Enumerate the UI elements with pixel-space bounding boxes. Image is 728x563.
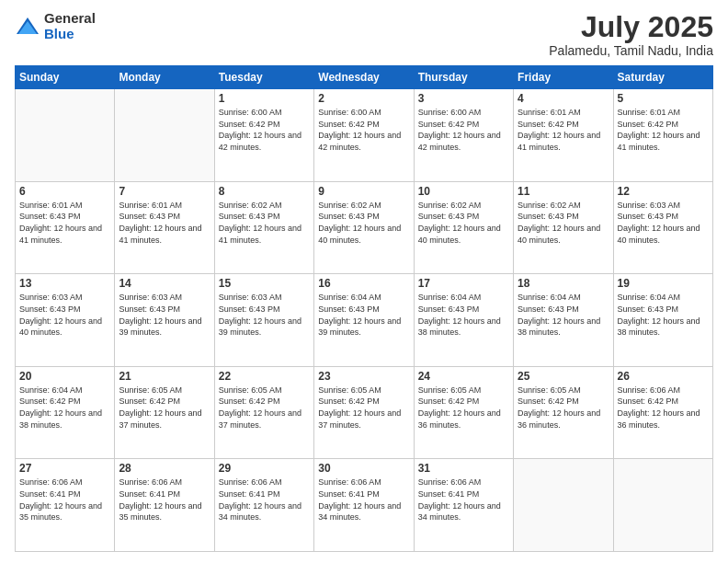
calendar-day-6: 6Sunrise: 6:01 AM Sunset: 6:43 PM Daylig… bbox=[16, 181, 115, 274]
day-number: 31 bbox=[418, 462, 509, 475]
day-number: 18 bbox=[518, 277, 609, 290]
calendar-day-15: 15Sunrise: 6:03 AM Sunset: 6:43 PM Dayli… bbox=[214, 274, 313, 367]
calendar-header-saturday: Saturday bbox=[613, 66, 712, 89]
day-number: 1 bbox=[219, 92, 310, 105]
day-number: 23 bbox=[318, 370, 409, 383]
calendar-day-21: 21Sunrise: 6:05 AM Sunset: 6:42 PM Dayli… bbox=[115, 366, 214, 459]
page: General Blue July 2025 Palamedu, Tamil N… bbox=[0, 0, 728, 563]
calendar-header-tuesday: Tuesday bbox=[214, 66, 313, 89]
day-info: Sunrise: 6:02 AM Sunset: 6:43 PM Dayligh… bbox=[318, 200, 409, 246]
day-number: 25 bbox=[518, 370, 609, 383]
calendar-day-25: 25Sunrise: 6:05 AM Sunset: 6:42 PM Dayli… bbox=[514, 366, 613, 459]
day-info: Sunrise: 6:04 AM Sunset: 6:43 PM Dayligh… bbox=[618, 292, 709, 338]
calendar-day-4: 4Sunrise: 6:01 AM Sunset: 6:42 PM Daylig… bbox=[514, 89, 613, 182]
day-info: Sunrise: 6:03 AM Sunset: 6:43 PM Dayligh… bbox=[119, 292, 210, 338]
calendar-header-monday: Monday bbox=[115, 66, 214, 89]
calendar-day-2: 2Sunrise: 6:00 AM Sunset: 6:42 PM Daylig… bbox=[314, 89, 414, 182]
calendar-day-empty bbox=[115, 89, 214, 182]
day-info: Sunrise: 6:06 AM Sunset: 6:41 PM Dayligh… bbox=[219, 477, 310, 523]
calendar-header-thursday: Thursday bbox=[414, 66, 513, 89]
calendar-week-2: 6Sunrise: 6:01 AM Sunset: 6:43 PM Daylig… bbox=[16, 181, 713, 274]
day-number: 4 bbox=[518, 92, 609, 105]
day-info: Sunrise: 6:05 AM Sunset: 6:42 PM Dayligh… bbox=[119, 385, 210, 431]
calendar-day-empty bbox=[613, 459, 712, 552]
calendar-day-13: 13Sunrise: 6:03 AM Sunset: 6:43 PM Dayli… bbox=[16, 274, 115, 367]
day-number: 30 bbox=[318, 462, 409, 475]
logo: General Blue bbox=[15, 11, 96, 41]
day-number: 6 bbox=[19, 185, 110, 198]
calendar-day-17: 17Sunrise: 6:04 AM Sunset: 6:43 PM Dayli… bbox=[414, 274, 513, 367]
calendar-day-5: 5Sunrise: 6:01 AM Sunset: 6:42 PM Daylig… bbox=[613, 89, 712, 182]
calendar-day-16: 16Sunrise: 6:04 AM Sunset: 6:43 PM Dayli… bbox=[314, 274, 414, 367]
day-info: Sunrise: 6:03 AM Sunset: 6:43 PM Dayligh… bbox=[219, 292, 310, 338]
calendar-week-5: 27Sunrise: 6:06 AM Sunset: 6:41 PM Dayli… bbox=[16, 459, 713, 552]
day-info: Sunrise: 6:02 AM Sunset: 6:43 PM Dayligh… bbox=[418, 200, 509, 246]
day-info: Sunrise: 6:02 AM Sunset: 6:43 PM Dayligh… bbox=[518, 200, 609, 246]
day-number: 16 bbox=[318, 277, 409, 290]
day-info: Sunrise: 6:04 AM Sunset: 6:43 PM Dayligh… bbox=[518, 292, 609, 338]
calendar-header-friday: Friday bbox=[514, 66, 613, 89]
day-info: Sunrise: 6:00 AM Sunset: 6:42 PM Dayligh… bbox=[318, 107, 409, 153]
calendar-day-23: 23Sunrise: 6:05 AM Sunset: 6:42 PM Dayli… bbox=[314, 366, 414, 459]
day-number: 26 bbox=[618, 370, 709, 383]
calendar-header-wednesday: Wednesday bbox=[314, 66, 414, 89]
day-number: 3 bbox=[418, 92, 509, 105]
day-info: Sunrise: 6:06 AM Sunset: 6:41 PM Dayligh… bbox=[318, 477, 409, 523]
calendar-table: SundayMondayTuesdayWednesdayThursdayFrid… bbox=[15, 65, 713, 552]
day-number: 9 bbox=[318, 185, 409, 198]
day-number: 2 bbox=[318, 92, 409, 105]
calendar-day-31: 31Sunrise: 6:06 AM Sunset: 6:41 PM Dayli… bbox=[414, 459, 513, 552]
day-number: 7 bbox=[119, 185, 210, 198]
day-info: Sunrise: 6:06 AM Sunset: 6:41 PM Dayligh… bbox=[418, 477, 509, 523]
calendar-day-9: 9Sunrise: 6:02 AM Sunset: 6:43 PM Daylig… bbox=[314, 181, 414, 274]
calendar-day-7: 7Sunrise: 6:01 AM Sunset: 6:43 PM Daylig… bbox=[115, 181, 214, 274]
calendar-day-20: 20Sunrise: 6:04 AM Sunset: 6:42 PM Dayli… bbox=[16, 366, 115, 459]
day-info: Sunrise: 6:00 AM Sunset: 6:42 PM Dayligh… bbox=[219, 107, 310, 153]
calendar-day-24: 24Sunrise: 6:05 AM Sunset: 6:42 PM Dayli… bbox=[414, 366, 513, 459]
day-number: 5 bbox=[618, 92, 709, 105]
day-info: Sunrise: 6:06 AM Sunset: 6:41 PM Dayligh… bbox=[119, 477, 210, 523]
day-number: 17 bbox=[418, 277, 509, 290]
logo-general-text: General bbox=[44, 11, 96, 27]
calendar-week-1: 1Sunrise: 6:00 AM Sunset: 6:42 PM Daylig… bbox=[16, 89, 713, 182]
calendar-day-27: 27Sunrise: 6:06 AM Sunset: 6:41 PM Dayli… bbox=[16, 459, 115, 552]
calendar-day-empty bbox=[514, 459, 613, 552]
day-number: 14 bbox=[119, 277, 210, 290]
header: General Blue July 2025 Palamedu, Tamil N… bbox=[15, 11, 713, 58]
day-number: 22 bbox=[219, 370, 310, 383]
calendar-day-30: 30Sunrise: 6:06 AM Sunset: 6:41 PM Dayli… bbox=[314, 459, 414, 552]
calendar-week-3: 13Sunrise: 6:03 AM Sunset: 6:43 PM Dayli… bbox=[16, 274, 713, 367]
calendar-day-10: 10Sunrise: 6:02 AM Sunset: 6:43 PM Dayli… bbox=[414, 181, 513, 274]
day-number: 28 bbox=[119, 462, 210, 475]
day-info: Sunrise: 6:04 AM Sunset: 6:43 PM Dayligh… bbox=[418, 292, 509, 338]
day-info: Sunrise: 6:04 AM Sunset: 6:43 PM Dayligh… bbox=[318, 292, 409, 338]
calendar-day-29: 29Sunrise: 6:06 AM Sunset: 6:41 PM Dayli… bbox=[214, 459, 313, 552]
day-number: 24 bbox=[418, 370, 509, 383]
logo-blue-text: Blue bbox=[44, 27, 96, 42]
day-info: Sunrise: 6:01 AM Sunset: 6:42 PM Dayligh… bbox=[518, 107, 609, 153]
logo-text: General Blue bbox=[44, 11, 96, 41]
day-number: 21 bbox=[119, 370, 210, 383]
day-info: Sunrise: 6:05 AM Sunset: 6:42 PM Dayligh… bbox=[318, 385, 409, 431]
calendar-header-row: SundayMondayTuesdayWednesdayThursdayFrid… bbox=[16, 66, 713, 89]
logo-icon bbox=[15, 14, 40, 40]
day-info: Sunrise: 6:01 AM Sunset: 6:43 PM Dayligh… bbox=[119, 200, 210, 246]
calendar-day-8: 8Sunrise: 6:02 AM Sunset: 6:43 PM Daylig… bbox=[214, 181, 313, 274]
title-location: Palamedu, Tamil Nadu, India bbox=[549, 43, 713, 58]
calendar-day-12: 12Sunrise: 6:03 AM Sunset: 6:43 PM Dayli… bbox=[613, 181, 712, 274]
day-info: Sunrise: 6:03 AM Sunset: 6:43 PM Dayligh… bbox=[618, 200, 709, 246]
calendar-day-19: 19Sunrise: 6:04 AM Sunset: 6:43 PM Dayli… bbox=[613, 274, 712, 367]
day-number: 8 bbox=[219, 185, 310, 198]
day-number: 10 bbox=[418, 185, 509, 198]
calendar-day-28: 28Sunrise: 6:06 AM Sunset: 6:41 PM Dayli… bbox=[115, 459, 214, 552]
day-info: Sunrise: 6:02 AM Sunset: 6:43 PM Dayligh… bbox=[219, 200, 310, 246]
title-month: July 2025 bbox=[549, 11, 713, 43]
calendar-day-3: 3Sunrise: 6:00 AM Sunset: 6:42 PM Daylig… bbox=[414, 89, 513, 182]
day-info: Sunrise: 6:05 AM Sunset: 6:42 PM Dayligh… bbox=[518, 385, 609, 431]
day-info: Sunrise: 6:01 AM Sunset: 6:42 PM Dayligh… bbox=[618, 107, 709, 153]
day-info: Sunrise: 6:06 AM Sunset: 6:41 PM Dayligh… bbox=[19, 477, 110, 523]
calendar-day-1: 1Sunrise: 6:00 AM Sunset: 6:42 PM Daylig… bbox=[214, 89, 313, 182]
day-info: Sunrise: 6:00 AM Sunset: 6:42 PM Dayligh… bbox=[418, 107, 509, 153]
day-number: 13 bbox=[19, 277, 110, 290]
calendar-day-empty bbox=[16, 89, 115, 182]
